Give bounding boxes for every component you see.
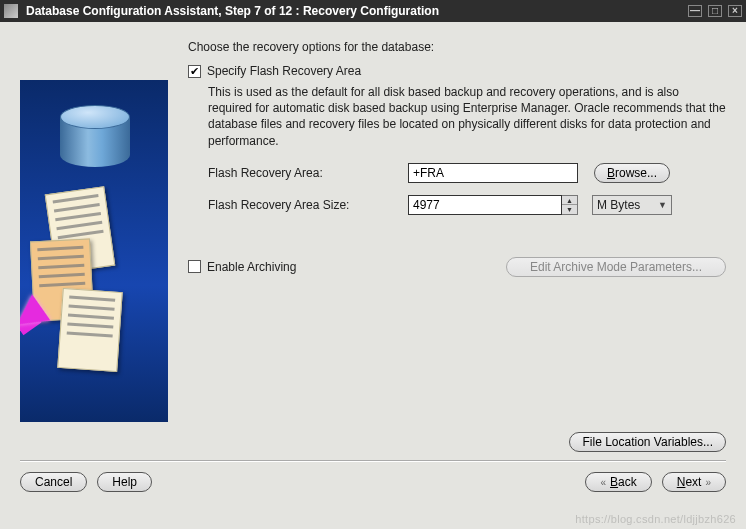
instruction-text: Choose the recovery options for the data… [188, 40, 726, 54]
minimize-button[interactable]: — [688, 5, 702, 17]
help-button[interactable]: Help [97, 472, 152, 492]
spinner-up-icon[interactable]: ▲ [562, 196, 577, 206]
close-button[interactable]: × [728, 5, 742, 17]
flash-recovery-area-row: Flash Recovery Area: Browse... [208, 163, 726, 183]
spinner-down-icon[interactable]: ▼ [562, 205, 577, 214]
specify-flash-recovery-checkbox-row: ✔ Specify Flash Recovery Area [188, 64, 726, 78]
watermark-text: https://blog.csdn.net/ldjjbzh626 [575, 513, 736, 525]
file-location-variables-button[interactable]: File Location Variables... [569, 432, 726, 452]
bottom-area: File Location Variables... [0, 430, 746, 460]
maximize-button[interactable]: □ [708, 5, 722, 17]
back-button[interactable]: « Back [585, 472, 651, 492]
enable-archiving-checkbox-row: Enable Archiving Edit Archive Mode Param… [188, 257, 726, 277]
content-area: Choose the recovery options for the data… [0, 22, 746, 430]
window-title: Database Configuration Assistant, Step 7… [26, 4, 688, 18]
title-bar: Database Configuration Assistant, Step 7… [0, 0, 746, 22]
back-button-label: Back [610, 475, 637, 489]
chevron-left-icon: « [600, 477, 606, 488]
specify-flash-recovery-label: Specify Flash Recovery Area [207, 64, 361, 78]
database-cylinder-icon [60, 105, 130, 175]
app-icon [4, 4, 18, 18]
chevron-right-icon: » [705, 477, 711, 488]
size-spinner[interactable]: ▲ ▼ [562, 195, 578, 215]
cancel-button[interactable]: Cancel [20, 472, 87, 492]
flash-recovery-size-input[interactable] [408, 195, 562, 215]
browse-button-label: Browse... [607, 166, 657, 180]
flash-recovery-size-row: Flash Recovery Area Size: ▲ ▼ M Bytes ▼ [208, 195, 726, 215]
archiving-section: Enable Archiving Edit Archive Mode Param… [188, 257, 726, 277]
next-button-label: Next [677, 475, 702, 489]
document-icon [57, 288, 122, 372]
flash-recovery-area-input[interactable] [408, 163, 578, 183]
flash-recovery-section: ✔ Specify Flash Recovery Area This is us… [188, 64, 726, 215]
chevron-down-icon: ▼ [658, 200, 667, 210]
size-unit-combo[interactable]: M Bytes ▼ [592, 195, 672, 215]
browse-button[interactable]: Browse... [594, 163, 670, 183]
flash-recovery-description: This is used as the default for all disk… [208, 84, 726, 149]
flash-recovery-area-label: Flash Recovery Area: [208, 166, 408, 180]
window-controls: — □ × [688, 5, 742, 17]
next-button[interactable]: Next » [662, 472, 726, 492]
enable-archiving-checkbox[interactable] [188, 260, 201, 273]
flash-recovery-size-label: Flash Recovery Area Size: [208, 198, 408, 212]
footer: Cancel Help « Back Next » [0, 462, 746, 492]
wizard-sidebar-image [20, 80, 168, 422]
main-panel: Choose the recovery options for the data… [188, 40, 726, 422]
edit-archive-params-button: Edit Archive Mode Parameters... [506, 257, 726, 277]
enable-archiving-label: Enable Archiving [207, 260, 296, 274]
specify-flash-recovery-checkbox[interactable]: ✔ [188, 65, 201, 78]
size-unit-selected: M Bytes [597, 198, 640, 212]
